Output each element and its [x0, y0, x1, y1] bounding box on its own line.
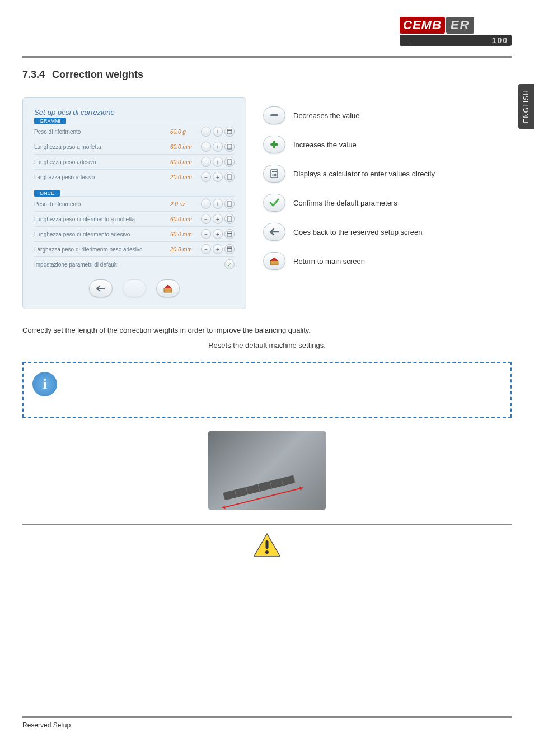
check-icon	[263, 194, 285, 212]
back-button[interactable]	[89, 279, 113, 297]
language-tab: ENGLISH	[518, 84, 534, 129]
brand-subline: —	[403, 38, 409, 44]
info-icon: i	[32, 372, 57, 396]
svg-point-22	[274, 174, 275, 175]
plus-icon[interactable]: +	[213, 199, 223, 209]
legend-text: Displays a calculator to enter values di…	[293, 170, 435, 178]
language-label: ENGLISH	[522, 90, 530, 123]
minus-icon[interactable]: −	[201, 127, 211, 137]
param-row: Larghezza peso adesivo 20.0 mm −+	[34, 169, 235, 184]
calculator-icon[interactable]	[224, 157, 235, 167]
reset-caption: Resets the default machine settings.	[22, 341, 512, 349]
check-icon[interactable]: ✓	[224, 259, 235, 269]
brand-name-1: CEMB	[400, 17, 445, 34]
footer-text: Reserved Setup	[22, 721, 71, 729]
legend-text: Increases the value	[293, 141, 357, 149]
disabled-button	[123, 279, 146, 297]
svg-point-28	[265, 550, 269, 554]
svg-rect-12	[227, 232, 232, 236]
wheel-weight-image	[208, 431, 326, 510]
legend-text: Goes back to the reserved setup screen	[293, 228, 423, 236]
calculator-icon[interactable]	[224, 172, 235, 182]
calculator-icon	[263, 165, 285, 183]
legend-text: Confirms the default parameters	[293, 199, 397, 207]
calculator-icon[interactable]	[224, 229, 235, 239]
svg-point-24	[273, 175, 274, 176]
plus-icon[interactable]: +	[213, 172, 223, 182]
plus-icon[interactable]: +	[213, 142, 223, 152]
svg-point-21	[273, 174, 274, 175]
svg-rect-14	[227, 247, 232, 251]
calculator-icon[interactable]	[224, 199, 235, 209]
section-title: Correction weights	[52, 69, 143, 80]
plus-icon[interactable]: +	[213, 157, 223, 167]
icon-legend: Decreases the value Increases the value …	[263, 97, 512, 270]
page-footer: Reserved Setup	[22, 716, 512, 729]
minus-icon[interactable]: −	[201, 244, 211, 254]
minus-icon[interactable]: −	[201, 157, 211, 167]
calculator-icon[interactable]	[224, 244, 235, 254]
svg-rect-20	[272, 171, 277, 172]
svg-point-23	[275, 174, 277, 175]
plus-icon[interactable]: +	[213, 214, 223, 224]
home-button[interactable]	[156, 279, 180, 297]
svg-rect-0	[227, 129, 232, 134]
svg-rect-27	[266, 540, 269, 549]
param-row: Larghezza peso di riferimento peso adesi…	[34, 241, 235, 256]
svg-rect-10	[227, 217, 232, 221]
calculator-icon[interactable]	[224, 142, 235, 152]
svg-rect-16	[270, 114, 278, 116]
body-paragraph: Correctly set the length of the correcti…	[22, 326, 512, 334]
param-row: Lunghezza peso a molletta 60.0 mm −+	[34, 139, 235, 154]
warning-icon	[253, 533, 281, 557]
param-row: Lunghezza peso di riferimento adesivo 60…	[34, 226, 235, 241]
minus-icon[interactable]: −	[201, 172, 211, 182]
svg-rect-18	[270, 143, 278, 146]
panel-title: Set-up pesi di correzione	[34, 108, 235, 116]
unit-tag-ounces: ONCE	[34, 190, 60, 197]
default-params-row: Impostazione parametri di default ✓	[34, 256, 235, 272]
minus-icon[interactable]: −	[201, 229, 211, 239]
minus-icon[interactable]: −	[201, 214, 211, 224]
setup-screenshot: Set-up pesi di correzione GRAMMI Peso di…	[22, 97, 246, 309]
section-number: 7.3.4	[22, 69, 45, 80]
info-box: i	[22, 362, 512, 418]
home-icon	[263, 252, 285, 270]
unit-tag-grams: GRAMMI	[34, 118, 66, 124]
plus-icon[interactable]: +	[213, 229, 223, 239]
svg-point-25	[274, 175, 275, 176]
svg-rect-8	[227, 202, 232, 206]
calculator-icon[interactable]	[224, 214, 235, 224]
legend-text: Return to main screen	[293, 257, 365, 265]
minus-icon[interactable]: −	[201, 199, 211, 209]
calculator-icon[interactable]	[224, 127, 235, 137]
section-heading: 7.3.4 Correction weights	[22, 69, 512, 81]
brand-model-number: 100	[492, 36, 508, 45]
rule	[22, 524, 512, 525]
svg-rect-2	[227, 144, 232, 149]
legend-text: Decreases the value	[293, 111, 360, 120]
svg-rect-6	[227, 175, 232, 179]
svg-rect-4	[227, 160, 232, 164]
brand-logo: CEMB ER — 100	[400, 17, 512, 50]
svg-point-26	[275, 175, 277, 176]
back-icon	[263, 223, 285, 241]
plus-icon[interactable]: +	[213, 244, 223, 254]
param-row: Peso di riferimento 2.0 oz −+	[34, 196, 235, 211]
plus-icon[interactable]: +	[213, 127, 223, 137]
minus-icon[interactable]: −	[201, 142, 211, 152]
param-row: Lunghezza peso di riferimento a molletta…	[34, 211, 235, 226]
param-row: Lunghezza peso adesivo 60.0 mm −+	[34, 154, 235, 169]
param-row: Peso di riferimento 60.0 g −+	[34, 124, 235, 139]
plus-icon	[263, 136, 285, 153]
minus-icon	[263, 106, 285, 124]
brand-name-2: ER	[446, 17, 475, 34]
